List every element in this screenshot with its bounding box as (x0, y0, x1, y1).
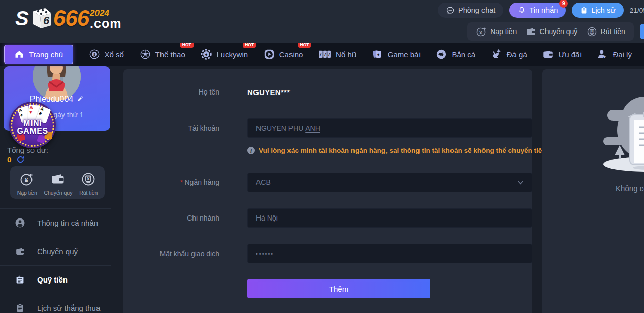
account-input[interactable]: NGUYEN PHU ANH (247, 118, 532, 138)
name-row: Họ tên NGUYEN*** (123, 82, 532, 102)
person-icon (15, 218, 25, 228)
sidebar-item-funds[interactable]: Quỹ tiền (0, 265, 111, 294)
svg-text:★: ★ (603, 55, 606, 59)
svg-text:♠: ♠ (377, 52, 380, 57)
logo-brand: 666 (53, 6, 89, 31)
password-row: Mật khẩu giao dịch (123, 244, 532, 263)
nav-item-slots[interactable]: 7 7 7 Nổ hũ (318, 49, 356, 60)
nav-item-agent[interactable]: ★ Đại lý (597, 49, 632, 60)
transaction-password-input[interactable] (247, 244, 532, 263)
sidebar-transfer-button[interactable]: Chuyển quỹ (44, 172, 72, 196)
sidebar-item-win-loss-history[interactable]: Lịch sử thắng thua (0, 294, 111, 313)
refresh-balance-icon[interactable] (16, 155, 25, 164)
page: S 6 666 2024 .com Phòng chat (0, 0, 644, 313)
empty-history-text: Không có lịch sử (542, 184, 644, 193)
top-bar: S 6 666 2024 .com Phòng chat (0, 0, 644, 43)
home-icon (14, 49, 24, 59)
site-logo[interactable]: S 6 666 2024 .com (15, 4, 121, 33)
soccer-ball-icon (140, 49, 151, 60)
name-value: NGUYEN*** (247, 88, 430, 97)
svg-text:¥: ¥ (25, 177, 28, 184)
sidebar-quick-actions: ¥ Nạp tiền Chuyển quỹ ¥ (10, 166, 105, 199)
wallet-quick-actions: ¥ Nạp tiền Chuyển quỹ ¥ (467, 22, 634, 41)
logo-tld: .com (90, 17, 121, 30)
sidebar: Phieudu004 ngày thứ 1 A♠ A♥ A♣ MINI GAME… (0, 66, 111, 313)
transfer-button[interactable]: Chuyển quỹ (526, 26, 578, 37)
atm-icon: ¥ (587, 26, 597, 37)
messages-badge: 9 (559, 0, 568, 8)
clipboard-icon (580, 7, 588, 14)
empty-state-illustration (583, 90, 644, 177)
nav-item-promotions[interactable]: Ưu đãi (542, 49, 581, 60)
bank-selected-value: ACB (256, 178, 271, 186)
svg-text:6: 6 (43, 14, 50, 27)
sidebar-item-transfer[interactable]: Chuyển quỹ (0, 237, 111, 265)
nav-item-fishing[interactable]: Bắn cá (436, 49, 475, 60)
branch-row: Chi nhánh (123, 208, 532, 228)
chevron-down-icon (517, 180, 524, 185)
nav-item-sports[interactable]: HOT Thể thao (140, 49, 185, 60)
bank-account-form: Họ tên NGUYEN*** Tài khoản NGUYEN PHU AN… (123, 69, 532, 313)
coin-icon: ¥ (19, 172, 35, 187)
svg-text:¥: ¥ (87, 175, 90, 181)
bell-icon (518, 6, 526, 14)
main-nav: Trang chủ 8 Xổ số HOT Thể thao HOT ♠ (0, 43, 644, 66)
sidebar-withdraw-button[interactable]: ¥ Rút tiền (79, 172, 98, 196)
svg-text:7: 7 (328, 52, 330, 57)
mini-games-label: MINI GAMES (11, 119, 54, 135)
name-label: Họ tên (123, 88, 219, 96)
svg-text:7: 7 (324, 52, 326, 57)
promo-wallet-icon (542, 49, 554, 60)
required-mark: * (180, 178, 183, 186)
dice-icon: 6 (26, 4, 54, 33)
playing-cards-icon: ♠ (372, 49, 383, 60)
submit-row: Thêm (123, 279, 532, 298)
add-button[interactable]: Thêm (247, 279, 430, 298)
rooster-icon (491, 49, 502, 60)
balance-row: 0 (7, 155, 25, 164)
svg-text:7: 7 (319, 52, 322, 57)
mini-games-badge[interactable]: A♠ A♥ A♣ MINI GAMES (9, 102, 56, 148)
nav-item-lottery[interactable]: 8 Xổ số (89, 49, 124, 60)
edit-username-icon[interactable] (77, 95, 84, 103)
nav-item-casino[interactable]: HOT Casino (264, 49, 303, 60)
svg-text:♠: ♠ (205, 52, 208, 57)
lottery-ball-icon: 8 (89, 49, 100, 60)
current-date: 21/05/202 (630, 7, 644, 14)
history-clipboard-icon (15, 303, 25, 313)
account-label: Tài khoản (123, 124, 219, 132)
wallet-icon (526, 26, 536, 37)
agent-person-icon: ★ (597, 49, 608, 60)
bank-select[interactable]: ACB (247, 173, 532, 192)
branch-label: Chi nhánh (123, 214, 219, 222)
nav-item-luckywin[interactable]: HOT ♠ Luckywin (201, 49, 248, 60)
nav-item-cockfight[interactable]: Đá gà (491, 49, 527, 60)
info-icon: i (247, 147, 255, 154)
deposit-button[interactable]: ¥ Nạp tiền (476, 26, 517, 37)
sidebar-deposit-button[interactable]: ¥ Nạp tiền (17, 172, 37, 196)
svg-text:¥: ¥ (591, 29, 593, 34)
messages-button[interactable]: Tin nhắn 9 (509, 3, 566, 18)
username-row: Phieudu004 (4, 95, 110, 104)
account-row: Tài khoản NGUYEN PHU ANH (123, 118, 532, 138)
coin-icon: ¥ (476, 26, 487, 37)
branch-input[interactable] (247, 208, 532, 228)
chat-room-button[interactable]: Phòng chat (438, 3, 503, 18)
bank-row: *Ngân hàng ACB (123, 173, 532, 192)
chat-icon (446, 6, 455, 15)
nav-item-cards[interactable]: ♠ Game bài (372, 49, 421, 60)
wallet-icon (50, 172, 66, 187)
withdraw-button[interactable]: ¥ Rút tiền (587, 26, 625, 37)
topbar-actions: Phòng chat Tin nhắn 9 Lịch sử (438, 2, 644, 18)
nav-item-home[interactable]: Trang chủ (4, 45, 73, 64)
wallet-icon (15, 246, 25, 256)
bank-label: *Ngân hàng (123, 178, 219, 186)
history-panel: Không có lịch sử (542, 69, 644, 313)
slots-777-icon: 7 7 7 (318, 49, 331, 60)
history-button[interactable]: Lịch sử (572, 3, 624, 18)
sidebar-menu: Thông tin cá nhân Chuyển quỹ Quỹ (0, 208, 111, 313)
svg-text:8: 8 (93, 52, 95, 57)
clipped-edge-button[interactable] (640, 24, 644, 39)
play-icon (264, 49, 275, 60)
sidebar-item-personal-info[interactable]: Thông tin cá nhân (0, 208, 111, 237)
